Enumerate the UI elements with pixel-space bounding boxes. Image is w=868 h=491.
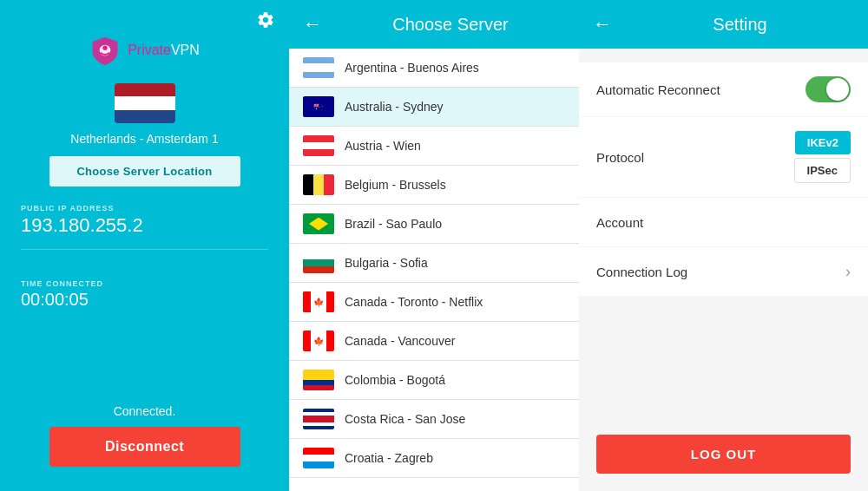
belgium-flag bbox=[303, 174, 334, 195]
server-name: Bulgaria - Sofia bbox=[345, 256, 428, 270]
logo-private: Private bbox=[128, 43, 171, 57]
cyprus-flag: 🇨🇾 bbox=[303, 487, 334, 491]
canada-flag: 🍁 bbox=[303, 291, 334, 312]
server-item[interactable]: Belgium - Brussels bbox=[289, 166, 579, 205]
back-arrow-servers[interactable]: ← bbox=[303, 13, 322, 36]
settings-panel-title: Setting bbox=[626, 15, 854, 35]
colombia-flag bbox=[303, 370, 334, 390]
server-name: Colombia - Bogotá bbox=[345, 373, 445, 387]
netherlands-flag bbox=[115, 83, 175, 123]
canada-flag-2: 🍁 bbox=[303, 331, 334, 351]
austria-flag bbox=[303, 135, 334, 156]
svg-point-1 bbox=[102, 46, 107, 50]
server-item[interactable]: Argentina - Buenos Aires bbox=[289, 49, 579, 88]
auto-reconnect-label: Automatic Reconnect bbox=[596, 82, 806, 97]
account-row: Account bbox=[579, 198, 868, 246]
server-item[interactable]: 🇨🇾 Cyprus - Nicosia bbox=[289, 478, 579, 491]
server-item[interactable]: 🇦🇺 Australia - Sydney bbox=[289, 88, 579, 127]
server-panel: ← Choose Server Argentina - Buenos Aires… bbox=[289, 0, 579, 491]
server-item[interactable]: Colombia - Bogotá bbox=[289, 361, 579, 400]
disconnect-button[interactable]: Disconnect bbox=[49, 427, 240, 467]
ip-label: PUBLIC IP ADDRESS bbox=[21, 204, 268, 213]
flag-stripe-white bbox=[115, 96, 175, 109]
shield-icon bbox=[89, 35, 121, 66]
server-name: Canada - Toronto - Netflix bbox=[345, 295, 483, 309]
server-name: Canada - Vancouver bbox=[345, 334, 455, 348]
account-label: Account bbox=[596, 215, 851, 230]
settings-panel: ← Setting Automatic Reconnect Protocol I… bbox=[579, 0, 868, 491]
server-name: Croatia - Zagreb bbox=[345, 451, 433, 465]
ikev2-badge[interactable]: IKEv2 bbox=[795, 131, 851, 154]
logo-area: PrivateVPN bbox=[89, 35, 200, 66]
server-item[interactable]: Brazil - Sao Paulo bbox=[289, 205, 579, 244]
main-panel: PrivateVPN Netherlands - Amsterdam 1 Cho… bbox=[0, 0, 289, 491]
divider bbox=[21, 249, 268, 250]
logout-button[interactable]: LOG OUT bbox=[596, 435, 851, 474]
costa-rica-flag bbox=[303, 409, 334, 429]
server-panel-header: ← Choose Server bbox=[289, 0, 579, 49]
brazil-flag bbox=[303, 213, 334, 234]
settings-list: Automatic Reconnect Protocol IKEv2 IPSec… bbox=[579, 49, 868, 311]
toggle-track bbox=[806, 76, 851, 102]
bulgaria-flag bbox=[303, 252, 334, 273]
time-section: TIME CONNECTED 00:00:05 bbox=[0, 279, 289, 310]
country-name: Netherlands - Amsterdam 1 bbox=[70, 132, 218, 146]
server-name: Austria - Wien bbox=[345, 139, 421, 153]
ip-section: PUBLIC IP ADDRESS 193.180.255.2 bbox=[0, 204, 289, 237]
server-item[interactable]: Costa Rica - San Jose bbox=[289, 400, 579, 439]
flag-stripe-red bbox=[115, 83, 175, 96]
choose-server-button[interactable]: Choose Server Location bbox=[49, 156, 240, 187]
flag-stripe-blue bbox=[115, 110, 175, 123]
status-text: Connected. bbox=[114, 404, 176, 418]
settings-spacer bbox=[579, 311, 868, 417]
server-item[interactable]: Austria - Wien bbox=[289, 127, 579, 166]
gear-icon[interactable] bbox=[256, 10, 275, 33]
server-name: Australia - Sydney bbox=[345, 100, 444, 114]
settings-panel-header: ← Setting bbox=[579, 0, 868, 49]
auto-reconnect-row: Automatic Reconnect bbox=[579, 62, 868, 116]
server-item[interactable]: 🍁 Canada - Vancouver bbox=[289, 322, 579, 361]
server-name: Argentina - Buenos Aires bbox=[345, 61, 479, 75]
server-item[interactable]: 🍁 Canada - Toronto - Netflix bbox=[289, 283, 579, 322]
back-arrow-settings[interactable]: ← bbox=[593, 13, 612, 36]
auto-reconnect-toggle[interactable] bbox=[806, 76, 851, 102]
server-item[interactable]: Croatia - Zagreb bbox=[289, 439, 579, 478]
ip-value: 193.180.255.2 bbox=[21, 214, 268, 237]
protocol-options: IKEv2 IPSec bbox=[794, 131, 851, 183]
protocol-row: Protocol IKEv2 IPSec bbox=[579, 117, 868, 197]
connection-log-row[interactable]: Connection Log › bbox=[579, 247, 868, 296]
australia-flag: 🇦🇺 bbox=[303, 96, 334, 117]
server-panel-title: Choose Server bbox=[336, 15, 565, 35]
server-name: Brazil - Sao Paulo bbox=[345, 217, 442, 231]
toggle-thumb bbox=[826, 78, 849, 101]
protocol-label: Protocol bbox=[596, 150, 794, 165]
server-name: Belgium - Brussels bbox=[345, 178, 446, 192]
ipsec-badge[interactable]: IPSec bbox=[794, 158, 851, 183]
logo-vpn: VPN bbox=[171, 43, 200, 57]
time-value: 00:00:05 bbox=[21, 290, 268, 310]
server-name: Costa Rica - San Jose bbox=[345, 412, 465, 426]
argentina-flag bbox=[303, 57, 334, 78]
connection-log-label: Connection Log bbox=[596, 265, 845, 279]
server-item[interactable]: Bulgaria - Sofia bbox=[289, 244, 579, 283]
croatia-flag bbox=[303, 448, 334, 468]
logo-text: PrivateVPN bbox=[128, 43, 200, 58]
chevron-right-icon: › bbox=[845, 263, 851, 281]
server-list: Argentina - Buenos Aires 🇦🇺 Australia - … bbox=[289, 49, 579, 491]
time-label: TIME CONNECTED bbox=[21, 279, 268, 288]
